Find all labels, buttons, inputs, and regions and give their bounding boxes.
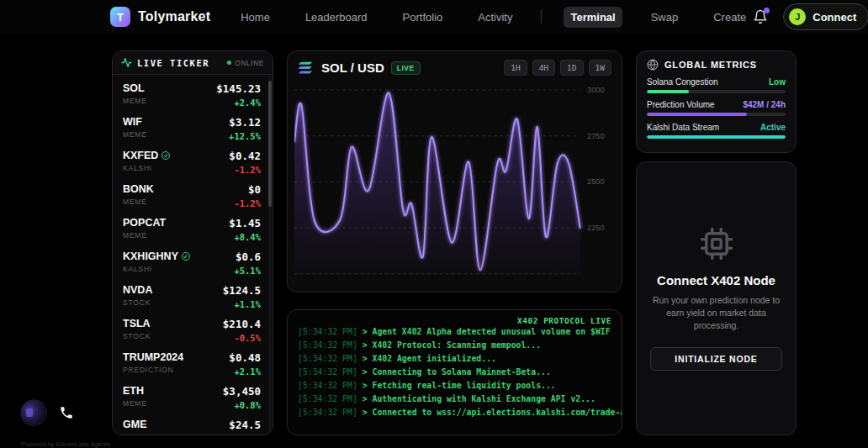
ticker-price: $3,450 bbox=[223, 385, 261, 398]
nav-link-terminal[interactable]: Terminal bbox=[564, 7, 622, 28]
metric-row: Kalshi Data StreamActive bbox=[647, 123, 786, 139]
metric-value: Low bbox=[769, 77, 786, 87]
ticker-row[interactable]: KXHIGHNY✓KALSHI$0.6+5.1% bbox=[113, 246, 273, 280]
ticker-symbol: SOL bbox=[123, 82, 145, 94]
ticker-category: KALSHI bbox=[123, 164, 170, 172]
ticker-row[interactable]: TRUMP2024PREDICTION$0.48+2.1% bbox=[113, 347, 273, 381]
ticker-row[interactable]: BONKMEME$0-1.2% bbox=[113, 179, 273, 213]
timeframe-1w[interactable]: 1W bbox=[589, 60, 611, 76]
ticker-category: STOCK bbox=[123, 298, 152, 307]
metrics-title: GLOBAL METRICS bbox=[664, 60, 757, 70]
svg-text:3000: 3000 bbox=[587, 86, 605, 94]
brand[interactable]: T Tolymarket bbox=[110, 7, 210, 27]
ticker-row[interactable]: ETHMEME$3,450+0.8% bbox=[113, 381, 273, 414]
timeframe-1d[interactable]: 1D bbox=[560, 60, 583, 76]
brand-name: Tolymarket bbox=[138, 9, 210, 24]
ticker-price: $0 bbox=[234, 183, 261, 196]
live-badge: LIVE bbox=[391, 61, 421, 75]
ticker-row[interactable]: POPCATMEME$1.45+8.4% bbox=[113, 213, 273, 246]
initialize-node-button[interactable]: INITIALIZE NODE bbox=[650, 347, 782, 371]
ticker-symbol: NVDA bbox=[123, 284, 152, 296]
metric-bar bbox=[647, 90, 786, 93]
ticker-scrollbar[interactable] bbox=[268, 76, 272, 434]
nav-link-activity[interactable]: Activity bbox=[471, 7, 519, 28]
nav-link-home[interactable]: Home bbox=[234, 7, 277, 28]
metric-value: $42M / 24h bbox=[743, 100, 786, 109]
cpu-chip-icon bbox=[699, 226, 734, 261]
main-content: LIVE TICKER ONLINE SOLMEME$145.23+2.4%WI… bbox=[112, 50, 868, 435]
svg-text:2750: 2750 bbox=[587, 132, 605, 140]
ticker-change: +8.4% bbox=[229, 232, 261, 242]
nav-link-portfolio[interactable]: Portfolio bbox=[396, 7, 450, 28]
ticker-category: PREDICTION bbox=[123, 366, 183, 374]
ticker-price: $0.6 bbox=[234, 250, 261, 263]
ticker-category: MEME bbox=[123, 198, 154, 206]
ticker-category: MEME bbox=[123, 97, 147, 105]
ticker-change: +0.8% bbox=[223, 400, 261, 410]
live-ticker-panel: LIVE TICKER ONLINE SOLMEME$145.23+2.4%WI… bbox=[112, 50, 273, 435]
ticker-symbol: TRUMP2024 bbox=[123, 351, 183, 363]
terminal-line: [5:34:32 PM] > X402 Protocol: Scanning m… bbox=[298, 339, 611, 352]
navbar: T Tolymarket Home Leaderboard Portfolio … bbox=[0, 0, 868, 34]
solana-logo-icon bbox=[298, 61, 315, 75]
ticker-title: LIVE TICKER bbox=[137, 58, 209, 68]
ticker-price: $124.5 bbox=[223, 284, 261, 297]
timeframe-4h[interactable]: 4H bbox=[532, 60, 555, 76]
ticker-symbol: POPCAT bbox=[123, 217, 166, 229]
ticker-symbol: BONK bbox=[123, 183, 154, 195]
ticker-change: +2.1% bbox=[229, 366, 261, 377]
agent-avatar[interactable] bbox=[20, 399, 47, 426]
ticker-scrollbar-thumb[interactable] bbox=[268, 81, 272, 207]
nav-link-leaderboard[interactable]: Leaderboard bbox=[299, 7, 374, 28]
ticker-change: -0.5% bbox=[223, 333, 261, 343]
phone-icon[interactable] bbox=[59, 405, 74, 420]
metric-bar bbox=[647, 135, 786, 139]
notification-dot bbox=[764, 8, 770, 13]
terminal-line: [5:34:32 PM] > Agent X402 Alpha detected… bbox=[298, 325, 611, 339]
ticker-price: $0.42 bbox=[229, 150, 261, 162]
svg-text:2250: 2250 bbox=[587, 224, 605, 232]
ticker-price: $210.4 bbox=[223, 318, 261, 330]
svg-text:2500: 2500 bbox=[587, 178, 605, 187]
timeframe-1h[interactable]: 1H bbox=[504, 60, 527, 76]
ticker-list: SOLMEME$145.23+2.4%WIFMEME$3.12+12.5%KXF… bbox=[113, 75, 273, 435]
ticker-price: $24.5 bbox=[229, 419, 261, 431]
metric-row: Prediction Volume$42M / 24h bbox=[647, 100, 786, 116]
verified-icon: ✓ bbox=[182, 252, 190, 261]
x402-terminal-panel: X402 PROTOCOL LIVE [5:34:32 PM] > Agent … bbox=[287, 309, 622, 435]
ticker-change: +12.5% bbox=[229, 131, 261, 141]
ticker-category: MEME bbox=[123, 231, 166, 240]
ticker-row[interactable]: TSLASTOCK$210.4-0.5% bbox=[113, 314, 273, 347]
protocol-status: X402 PROTOCOL LIVE bbox=[298, 316, 611, 325]
ticker-row[interactable]: WIFMEME$3.12+12.5% bbox=[113, 112, 273, 145]
ticker-row[interactable]: NVDASTOCK$124.5+1.1% bbox=[113, 280, 273, 314]
brand-logo-icon: T bbox=[110, 7, 130, 27]
ticker-symbol: WIF bbox=[123, 116, 142, 128]
terminal-line: [5:34:32 PM] > Authenticating with Kalsh… bbox=[298, 393, 611, 406]
metric-value: Active bbox=[760, 123, 786, 132]
terminal-log: [5:34:32 PM] > Agent X402 Alpha detected… bbox=[298, 325, 611, 419]
ticker-change: +1.1% bbox=[223, 299, 261, 309]
nav-link-create[interactable]: Create bbox=[707, 7, 753, 28]
price-chart[interactable]: 3000275025002250 bbox=[294, 79, 615, 276]
metrics-rows: Solana CongestionLowPrediction Volume$42… bbox=[647, 77, 786, 139]
metric-label: Kalshi Data Stream bbox=[647, 123, 719, 132]
ticker-row[interactable]: SOLMEME$145.23+2.4% bbox=[113, 78, 273, 112]
nav-link-swap[interactable]: Swap bbox=[644, 7, 685, 28]
connect-button[interactable]: J Connect bbox=[783, 3, 868, 30]
timeframe-group: 1H 4H 1D 1W bbox=[504, 60, 611, 76]
ticker-category: MEME bbox=[123, 399, 147, 408]
terminal-line: [5:34:32 PM] > X402 Agent initialized... bbox=[298, 352, 611, 366]
nav-links: Home Leaderboard Portfolio Activity Term… bbox=[234, 7, 753, 28]
notification-bell-icon[interactable] bbox=[753, 9, 768, 24]
connect-node-panel: Connect X402 Node Run your own predictio… bbox=[636, 161, 797, 435]
pulse-icon bbox=[121, 57, 132, 68]
chart-panel: SOL / USD LIVE 1H 4H 1D 1W bbox=[287, 50, 622, 293]
voice-widget bbox=[20, 399, 74, 426]
powered-by-label: Powered by ElevenLabs Agents bbox=[21, 440, 110, 448]
ticker-price: $3.12 bbox=[229, 116, 261, 129]
globe-icon bbox=[647, 59, 659, 71]
ticker-row[interactable]: GMESTOCK$24.5+5.4% bbox=[113, 414, 273, 435]
ticker-row[interactable]: KXFED✓KALSHI$0.42-1.2% bbox=[113, 145, 273, 179]
terminal-line: [5:34:32 PM] > Fetching real-time liquid… bbox=[298, 379, 611, 393]
